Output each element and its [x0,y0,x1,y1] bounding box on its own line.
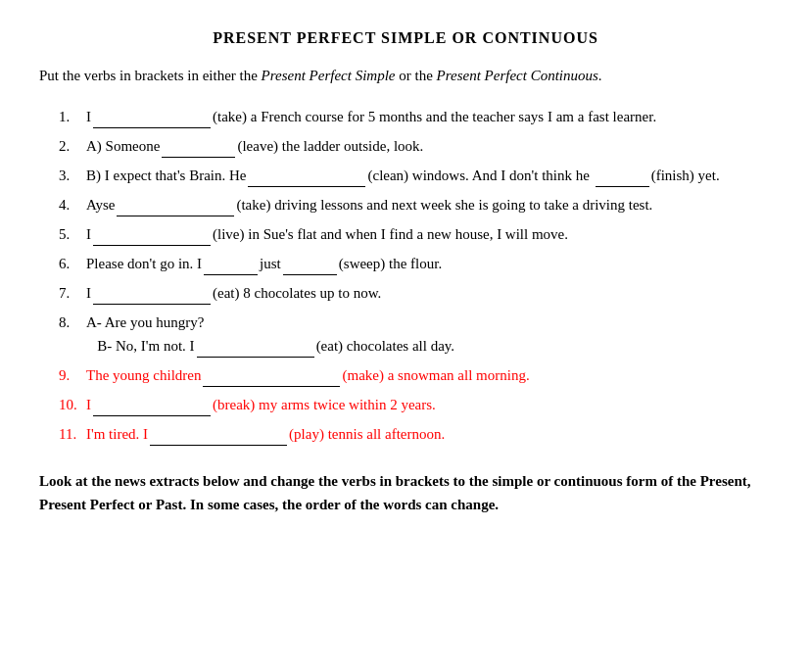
exercise-text: Please don't go in. Ijust(sweep) the flo… [86,252,772,275]
blank [596,173,649,187]
exercise-number: 7. [59,281,86,305]
exercise-number: 3. [59,164,86,187]
instructions-text1: Put the verbs in brackets in either the [39,68,262,83]
exercise-item: 10. I(break) my arms twice within 2 year… [59,393,772,416]
blank [150,432,287,446]
exercise-text: The young children(make) a snowman all m… [86,363,772,387]
exercise-number: 8. [59,311,86,358]
exercise-item: 2. A) Someone(leave) the ladder outside,… [59,134,772,158]
exercise-text: I(eat) 8 chocolates up to now. [86,281,772,305]
exercise-text: I(take) a French course for 5 months and… [86,105,772,128]
exercise-item: 7. I(eat) 8 chocolates up to now. [59,281,772,305]
exercise-number: 4. [59,193,86,216]
blank [93,403,211,416]
blank [204,262,258,275]
blank [117,203,234,216]
blank [162,144,235,158]
exercise-text: A- Are you hungry? B- No, I'm not. I(eat… [86,311,772,358]
exercise-text: A) Someone(leave) the ladder outside, lo… [86,134,772,158]
exercise-number: 2. [59,134,86,158]
exercise-text: I(live) in Sue's flat and when I find a … [86,222,772,246]
exercise-text: B) I expect that's Brain. He(clean) wind… [86,164,772,187]
blank [248,173,365,187]
exercise-number: 11. [59,422,86,446]
page-title: PRESENT PERFECT SIMPLE OR CONTINUOUS [39,29,772,47]
instructions: Put the verbs in brackets in either the … [39,65,772,87]
blank [93,291,211,305]
exercise-item: 8. A- Are you hungry? B- No, I'm not. I(… [59,311,772,358]
section2-instructions: Look at the news extracts below and chan… [39,469,772,516]
exercise-item: 1. I(take) a French course for 5 months … [59,105,772,128]
exercise-number: 6. [59,252,86,275]
exercise-item: 4. Ayse(take) driving lessons and next w… [59,193,772,216]
exercise-item: 6. Please don't go in. Ijust(sweep) the … [59,252,772,275]
exercises-list: 1. I(take) a French course for 5 months … [59,105,772,446]
instructions-italic2: Present Perfect Continuous [437,68,598,83]
exercise-text: I(break) my arms twice within 2 years. [86,393,772,416]
exercise-number: 10. [59,393,86,416]
exercise-item: 9. The young children(make) a snowman al… [59,363,772,387]
exercise-number: 1. [59,105,86,128]
instructions-text3: . [598,68,602,83]
exercise-item: 5. I(live) in Sue's flat and when I find… [59,222,772,246]
blank [203,373,340,387]
blank [93,232,211,246]
instructions-italic1: Present Perfect Simple [262,68,396,83]
blank [197,344,314,358]
blank [93,115,211,128]
exercise-item: 11. I'm tired. I(play) tennis all aftern… [59,422,772,446]
exercise-text: I'm tired. I(play) tennis all afternoon. [86,422,772,446]
exercise-number: 5. [59,222,86,246]
instructions-text2: or the [396,68,437,83]
exercise-item: 3. B) I expect that's Brain. He(clean) w… [59,164,772,187]
blank [283,262,337,275]
exercise-number: 9. [59,363,86,387]
exercise-text: Ayse(take) driving lessons and next week… [86,193,772,216]
